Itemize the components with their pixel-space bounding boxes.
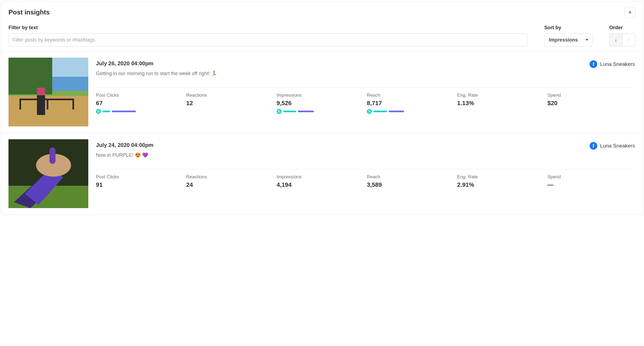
sort-group: Sort by Impressions [544,25,593,46]
bar-organic-segment [103,111,110,112]
metric-impressions: Impressions 4,194 [277,174,364,188]
metric-reactions: Reactions 24 [186,174,274,188]
paid-organic-bar: S [277,109,364,114]
metric-value: 9,526 [277,100,364,107]
metric-value: 12 [186,100,274,107]
post-top: July 26, 2020 04:00pm Getting in our mor… [96,60,635,76]
post-top: July 24, 2020 04:00pm Now in PURPLE! 😍 💜… [96,142,635,158]
bar-organic-segment [283,111,296,112]
metric-eng-rate: Eng. Rate 2.91% [457,174,545,188]
post-row: July 26, 2020 04:00pm Getting in our mor… [1,51,643,133]
post-date: July 24, 2020 04:00pm [96,142,590,148]
post-caption: Getting in our morning run to start the … [96,70,590,76]
metric-value: 24 [186,181,274,188]
post-body: July 24, 2020 04:00pm Now in PURPLE! 😍 💜… [96,139,635,208]
post-text-col: July 26, 2020 04:00pm Getting in our mor… [96,60,590,76]
metrics-grid: Post Clicks 67 S Reactions 12 Impression… [96,93,635,114]
metric-label: Reactions [186,93,274,98]
order-label: Order [609,25,636,31]
add-button[interactable]: + [625,7,636,18]
order-asc-button[interactable]: ↑ [622,33,636,46]
post-insights-panel: Post insights + Filter by text Sort by I… [1,1,643,215]
metrics-divider [96,87,635,88]
bar-paid-segment [298,111,314,112]
plus-icon: + [628,9,632,16]
metric-value: 3,589 [367,181,454,188]
sort-selected-value: Impressions [549,37,578,43]
svg-rect-16 [49,147,55,164]
post-row: July 24, 2020 04:00pm Now in PURPLE! 😍 💜… [1,133,643,215]
metric-reach: Reach 3,589 [367,174,454,188]
metric-label: Reach [367,174,454,180]
metric-label: Reactions [186,174,274,180]
order-group: Order ↓ ↑ [609,25,636,46]
title-row: Post insights + [8,7,636,18]
metric-value: — [548,181,635,188]
metric-spend: Spend — [548,174,635,188]
metric-label: Spend [548,93,635,98]
account-name: Luna Sneakers [600,61,635,67]
metric-reactions: Reactions 12 [186,93,274,114]
metric-value: 1.13% [457,100,545,107]
arrow-down-icon: ↓ [615,37,617,42]
metric-post-clicks: Post Clicks 67 S [96,93,183,114]
metric-value: 2.91% [457,181,545,188]
metrics-divider [96,169,635,169]
paid-organic-bar: S [367,109,454,114]
metric-value: 4,194 [277,181,364,188]
post-body: July 26, 2020 04:00pm Getting in our mor… [96,58,635,126]
metric-value: $20 [548,100,635,107]
metric-value: 67 [96,100,183,107]
controls-row: Filter by text Sort by Impressions Order… [8,25,636,46]
account-name: Luna Sneakers [600,143,635,149]
paid-organic-bar: S [96,109,183,114]
page-title: Post insights [8,8,50,16]
post-caption: Now in PURPLE! 😍 💜 [96,152,590,158]
metric-label: Spend [548,174,635,180]
metric-label: Eng. Rate [457,174,545,180]
post-text-col: July 24, 2020 04:00pm Now in PURPLE! 😍 💜 [96,142,590,158]
svg-rect-10 [72,99,74,110]
metric-impressions: Impressions 9,526 S [277,93,364,114]
post-date: July 26, 2020 04:00pm [96,60,590,67]
metric-value: 91 [96,181,183,188]
account-chip[interactable]: f Luna Sneakers [590,60,635,68]
metric-post-clicks: Post Clicks 91 [96,174,183,188]
facebook-icon: f [590,142,597,150]
metric-spend: Spend $20 [548,93,635,114]
metric-value: 8,717 [367,100,454,107]
panel-header: Post insights + Filter by text Sort by I… [1,1,643,51]
metric-label: Post Clicks [96,93,183,98]
metrics-grid: Post Clicks 91 Reactions 24 Impressions … [96,174,635,188]
dollar-icon: S [96,109,101,114]
svg-rect-6 [37,88,45,95]
post-thumbnail[interactable] [8,139,88,208]
metric-label: Eng. Rate [457,93,545,98]
svg-rect-3 [8,58,52,94]
filter-group: Filter by text [8,25,528,46]
metric-label: Reach [367,93,454,98]
facebook-icon: f [590,60,597,68]
bar-paid-segment [389,111,404,112]
bar-paid-segment [112,111,136,112]
dollar-icon: S [277,109,282,114]
filter-label: Filter by text [8,25,528,31]
chevron-down-icon [586,39,588,41]
arrow-up-icon: ↑ [628,37,630,42]
order-desc-button[interactable]: ↓ [609,33,622,46]
metric-eng-rate: Eng. Rate 1.13% [457,93,545,114]
metric-label: Post Clicks [96,174,183,180]
svg-rect-8 [19,99,21,110]
metric-label: Impressions [277,174,364,180]
bar-organic-segment [373,111,387,112]
dollar-icon: S [367,109,372,114]
svg-rect-4 [52,77,88,91]
post-thumbnail[interactable] [8,58,88,126]
svg-rect-9 [47,99,48,110]
sort-label: Sort by [544,25,593,31]
svg-rect-5 [37,93,45,115]
account-chip[interactable]: f Luna Sneakers [590,142,635,150]
sort-select[interactable]: Impressions [544,33,593,46]
filter-input[interactable] [8,33,528,46]
metric-reach: Reach 8,717 S [367,93,454,114]
